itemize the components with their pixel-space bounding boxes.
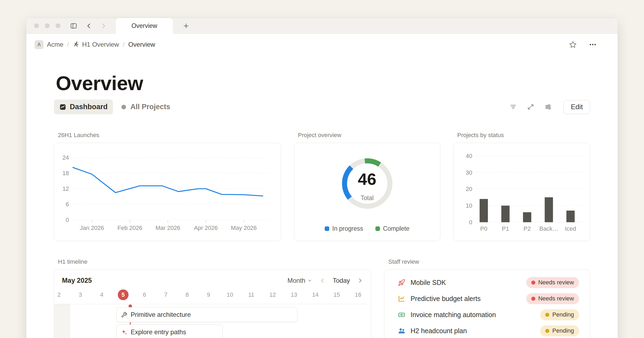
timeline-item[interactable]: Explore entry paths	[116, 325, 222, 338]
timeline-day[interactable]: 16	[353, 289, 363, 300]
settings-sliders-icon[interactable]	[544, 103, 552, 111]
timeline-day[interactable]: 8	[182, 289, 193, 300]
timeline-today-button[interactable]: Today	[333, 277, 350, 284]
page-circle-icon	[120, 104, 127, 110]
project-overview-card: 46 Total In progress Complete	[294, 143, 440, 241]
timeline-day[interactable]: 3	[75, 289, 86, 300]
app-window: Overview A Acme / H1 Overview / Overview…	[26, 18, 618, 338]
minimize-window-button[interactable]	[45, 23, 50, 28]
timeline-day[interactable]: 4	[96, 289, 107, 300]
timeline-next-icon[interactable]	[357, 277, 363, 284]
svg-text:P2: P2	[524, 225, 531, 232]
staff-review-card: Mobile SDKNeeds reviewPredictive budget …	[384, 269, 590, 338]
timeline-item[interactable]: Primitive architecture	[116, 307, 297, 322]
timeline-day[interactable]: 7	[160, 289, 171, 300]
legend-item-in-progress: In progress	[325, 225, 363, 232]
svg-text:10: 10	[466, 203, 472, 209]
status-badge[interactable]: Pending	[540, 309, 579, 320]
timeline-month-label: May 2025	[62, 277, 92, 284]
expand-icon[interactable]	[527, 103, 534, 111]
page-content: Overview Dashboard All Projects Edit 26H…	[26, 72, 618, 338]
breadcrumb-current[interactable]: Overview	[128, 41, 155, 48]
donut-total-value: 46	[294, 171, 440, 188]
timeline-day[interactable]: 12	[267, 289, 278, 300]
sidebar-toggle-icon[interactable]	[70, 22, 77, 30]
timeline-item-label: Primitive architecture	[131, 311, 191, 318]
back-icon[interactable]	[85, 22, 93, 30]
status-label: Pending	[552, 311, 574, 318]
donut-total-label: Total	[294, 194, 440, 202]
staff-item-label: Invoice matching automation	[411, 311, 496, 319]
timeline-day[interactable]: 10	[225, 289, 235, 300]
staff-row[interactable]: Invoice matching automationPending	[385, 307, 590, 323]
new-tab-icon[interactable]	[182, 22, 190, 30]
status-dot	[545, 313, 549, 317]
person-pose-icon	[73, 41, 80, 48]
timeline-prev-icon[interactable]	[319, 277, 326, 284]
svg-text:Iced: Iced	[565, 225, 576, 232]
svg-text:P1: P1	[502, 225, 509, 232]
breadcrumb-workspace[interactable]: Acme	[47, 41, 63, 48]
staff-row[interactable]: Mobile SDKNeeds review	[385, 274, 590, 291]
breadcrumb: A Acme / H1 Overview / Overview	[26, 34, 618, 55]
dashboard-chart-icon	[59, 104, 66, 111]
status-dot	[545, 329, 549, 333]
svg-text:24: 24	[63, 155, 69, 161]
timeline-day[interactable]: 2	[54, 289, 64, 300]
filter-icon[interactable]	[510, 103, 517, 111]
timeline-day[interactable]: 9	[203, 289, 214, 300]
staff-row[interactable]: H2 headcount planPending	[385, 323, 590, 338]
legend-swatch-in-progress	[325, 226, 329, 231]
timeline-day-current[interactable]: 5	[118, 289, 129, 300]
timeline-day[interactable]: 13	[289, 289, 299, 300]
status-badge[interactable]: Needs review	[526, 277, 579, 288]
timeline-day[interactable]: 11	[246, 289, 257, 300]
zoom-window-button[interactable]	[56, 23, 60, 28]
tab-label: Overview	[131, 22, 157, 30]
rocket-icon	[398, 279, 405, 286]
timeline-body: Primitive architecture Explore entry pat…	[54, 304, 371, 338]
wrench-icon	[121, 312, 127, 318]
card-title-project-overview: Project overview	[298, 131, 440, 139]
edit-button[interactable]: Edit	[564, 100, 590, 114]
timeline-card-group: H1 timeline May 2025 Month Today	[54, 258, 371, 338]
tab-overview[interactable]: Overview	[116, 18, 173, 34]
workspace-avatar[interactable]: A	[35, 40, 43, 49]
svg-text:0: 0	[469, 219, 472, 226]
titlebar: Overview	[26, 18, 618, 34]
timeline-item-label: Explore entry paths	[131, 328, 186, 336]
status-badge[interactable]: Needs review	[526, 293, 579, 304]
favorite-star-icon[interactable]	[569, 41, 577, 49]
banknote-icon	[398, 311, 405, 318]
close-window-button[interactable]	[34, 23, 39, 28]
status-dot	[531, 297, 535, 301]
staff-item-label: Predictive budget alerts	[411, 295, 481, 303]
timeline-day[interactable]: 6	[139, 289, 150, 300]
svg-text:20: 20	[466, 186, 472, 193]
cards-row-top: 26H1 Launches 06121824Jan 2026Feb 2026Ma…	[54, 131, 590, 241]
timeline-day[interactable]: 15	[331, 289, 342, 300]
views-row: Dashboard All Projects Edit	[54, 100, 590, 114]
timeline-zoom-select[interactable]: Month	[287, 277, 312, 284]
more-options-icon[interactable]	[589, 41, 597, 49]
staff-row[interactable]: Predictive budget alertsNeeds review	[385, 291, 590, 307]
svg-text:40: 40	[466, 153, 472, 159]
status-badge[interactable]: Pending	[540, 325, 579, 336]
forward-icon[interactable]	[100, 22, 107, 30]
launches-card-group: 26H1 Launches 06121824Jan 2026Feb 2026Ma…	[54, 131, 281, 241]
timeline-controls: Month Today	[287, 277, 363, 284]
status-label: Needs review	[538, 295, 574, 302]
status-label: Needs review	[538, 279, 574, 286]
timeline-days: 2345678910111213141516	[54, 286, 371, 304]
svg-text:Back…: Back…	[539, 225, 558, 232]
staff-review-list: Mobile SDKNeeds reviewPredictive budget …	[385, 270, 590, 338]
svg-text:May 2026: May 2026	[231, 225, 257, 231]
page-title[interactable]: Overview	[56, 72, 590, 95]
chart-up-icon	[398, 295, 405, 302]
timeline-day[interactable]: 14	[310, 289, 321, 300]
project-overview-card-group: Project overview 46 Total In progress Co…	[294, 131, 440, 241]
view-tab-all-projects[interactable]: All Projects	[115, 100, 176, 114]
staff-review-card-group: Staff review Mobile SDKNeeds reviewPredi…	[384, 258, 590, 338]
breadcrumb-parent[interactable]: H1 Overview	[82, 41, 119, 48]
view-tab-dashboard[interactable]: Dashboard	[54, 100, 113, 114]
